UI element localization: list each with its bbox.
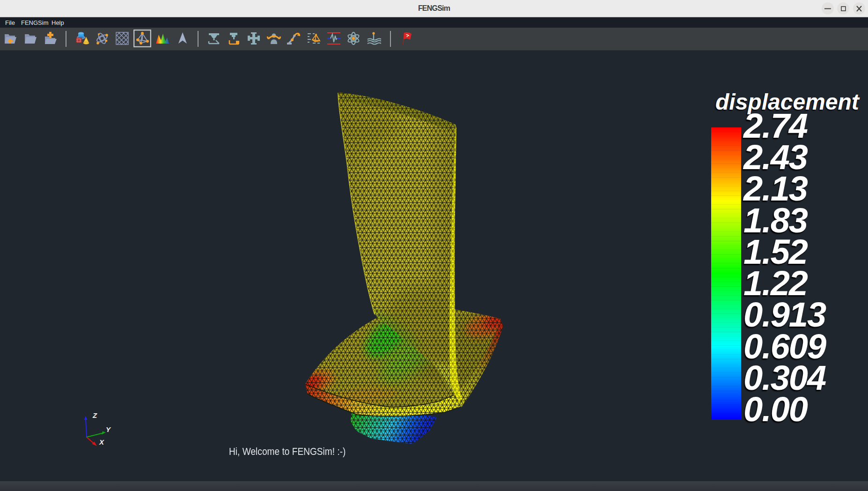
svg-text:Z: Z <box>92 411 97 419</box>
svg-text:X: X <box>99 438 104 446</box>
svg-text:Y: Y <box>106 425 111 433</box>
